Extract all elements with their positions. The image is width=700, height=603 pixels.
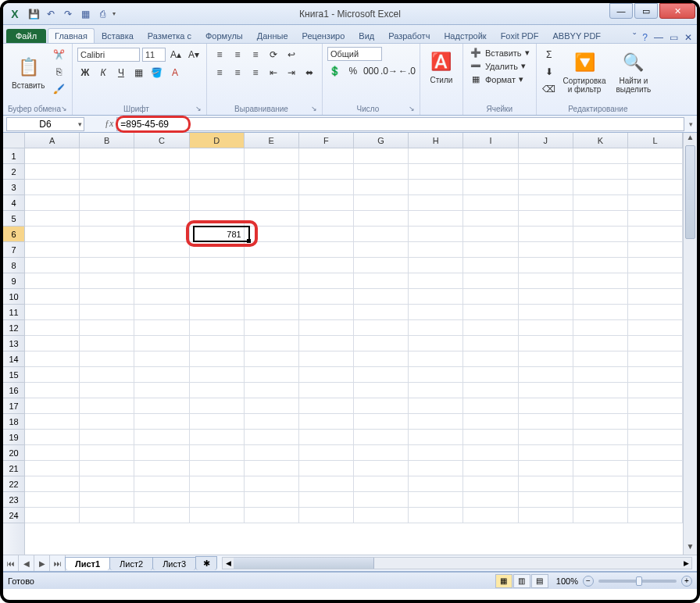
cell-L9[interactable] [628, 273, 683, 289]
number-launcher-icon[interactable]: ↘ [409, 105, 415, 112]
name-box-dropdown-icon[interactable]: ▾ [78, 120, 82, 128]
cell-L16[interactable] [628, 383, 683, 398]
row-header-3[interactable]: 3 [3, 180, 24, 195]
cell-G4[interactable] [354, 195, 409, 211]
ribbon-minimize-icon[interactable]: ˇ [633, 32, 636, 43]
cell-D10[interactable] [190, 289, 245, 305]
cell-K15[interactable] [573, 367, 628, 383]
cell-I1[interactable] [463, 148, 518, 164]
cell-C9[interactable] [134, 273, 189, 289]
cell-L11[interactable] [628, 305, 683, 320]
cell-F15[interactable] [299, 367, 354, 383]
cell-E8[interactable] [245, 258, 299, 273]
cell-K22[interactable] [573, 476, 628, 492]
align-bottom-icon[interactable]: ≡ [248, 47, 263, 62]
column-header-F[interactable]: F [299, 133, 354, 148]
row-header-19[interactable]: 19 [3, 430, 24, 445]
cells[interactable]: 781 [25, 148, 683, 555]
cell-H3[interactable] [409, 180, 463, 195]
merge-icon[interactable]: ⬌ [302, 65, 317, 80]
cell-I21[interactable] [463, 461, 518, 476]
cell-H8[interactable] [409, 258, 463, 273]
cell-I3[interactable] [463, 180, 518, 195]
cell-A9[interactable] [25, 273, 80, 289]
row-header-8[interactable]: 8 [3, 258, 24, 273]
hscroll-thumb[interactable] [234, 558, 374, 569]
cell-F12[interactable] [299, 320, 354, 336]
tab-data[interactable]: Данные [250, 28, 295, 43]
cell-E12[interactable] [245, 320, 299, 336]
cell-L15[interactable] [628, 367, 683, 383]
cell-B13[interactable] [80, 336, 134, 351]
cell-E17[interactable] [245, 398, 299, 414]
cell-H7[interactable] [409, 242, 463, 258]
cell-K18[interactable] [573, 414, 628, 430]
cell-D13[interactable] [190, 336, 245, 351]
cell-J5[interactable] [519, 211, 573, 227]
cell-H13[interactable] [409, 336, 463, 351]
cell-L23[interactable] [628, 492, 683, 508]
qat-customize-icon[interactable]: ▾ [112, 10, 116, 17]
tab-developer[interactable]: Разработч [381, 28, 437, 43]
cell-B5[interactable] [80, 211, 134, 227]
tab-foxit[interactable]: Foxit PDF [494, 28, 546, 43]
cell-J20[interactable] [519, 445, 573, 461]
maximize-button[interactable]: ▭ [634, 3, 658, 19]
column-header-A[interactable]: A [25, 133, 80, 148]
cell-K13[interactable] [573, 336, 628, 351]
cell-H16[interactable] [409, 383, 463, 398]
decrease-indent-icon[interactable]: ⇤ [266, 65, 281, 80]
cell-B12[interactable] [80, 320, 134, 336]
cell-I13[interactable] [463, 336, 518, 351]
cell-H18[interactable] [409, 414, 463, 430]
autosum-icon[interactable]: Σ [541, 47, 557, 62]
font-color-icon[interactable]: A [167, 65, 183, 80]
undo-icon[interactable]: ↶ [44, 7, 58, 21]
cell-I5[interactable] [463, 211, 518, 227]
cell-C18[interactable] [134, 414, 189, 430]
cell-K5[interactable] [573, 211, 628, 227]
row-header-11[interactable]: 11 [3, 305, 24, 320]
cell-F10[interactable] [299, 289, 354, 305]
cell-L2[interactable] [628, 164, 683, 180]
cell-F20[interactable] [299, 445, 354, 461]
cell-J22[interactable] [519, 476, 573, 492]
horizontal-scrollbar[interactable]: ◀ ▶ [222, 557, 692, 569]
cell-J18[interactable] [519, 414, 573, 430]
clear-icon[interactable]: ⌫ [541, 81, 557, 97]
cell-H21[interactable] [409, 461, 463, 476]
cells-delete-button[interactable]: ➖Удалить ▾ [468, 60, 531, 72]
fill-color-icon[interactable]: 🪣 [149, 65, 165, 80]
cell-I4[interactable] [463, 195, 518, 211]
cell-H19[interactable] [409, 430, 463, 445]
cell-B20[interactable] [80, 445, 134, 461]
cell-K14[interactable] [573, 351, 628, 367]
cell-K20[interactable] [573, 445, 628, 461]
cell-A14[interactable] [25, 351, 80, 367]
cell-D1[interactable] [190, 148, 245, 164]
cell-C19[interactable] [134, 430, 189, 445]
column-header-I[interactable]: I [463, 133, 518, 148]
cell-A24[interactable] [25, 508, 80, 523]
cell-D8[interactable] [190, 258, 245, 273]
row-header-6[interactable]: 6 [3, 227, 24, 242]
tab-review[interactable]: Рецензиро [295, 28, 352, 43]
cell-K8[interactable] [573, 258, 628, 273]
align-top-icon[interactable]: ≡ [212, 47, 227, 62]
cell-C13[interactable] [134, 336, 189, 351]
cell-G13[interactable] [354, 336, 409, 351]
cell-E10[interactable] [245, 289, 299, 305]
cell-A8[interactable] [25, 258, 80, 273]
cell-K6[interactable] [573, 227, 628, 242]
column-header-D[interactable]: D [190, 133, 245, 148]
cell-G21[interactable] [354, 461, 409, 476]
cell-A5[interactable] [25, 211, 80, 227]
cell-F9[interactable] [299, 273, 354, 289]
cell-D23[interactable] [190, 492, 245, 508]
increase-decimal-icon[interactable]: .0→ [381, 63, 397, 79]
cell-L21[interactable] [628, 461, 683, 476]
cell-G19[interactable] [354, 430, 409, 445]
cell-F2[interactable] [299, 164, 354, 180]
cell-C23[interactable] [134, 492, 189, 508]
column-header-L[interactable]: L [628, 133, 683, 148]
